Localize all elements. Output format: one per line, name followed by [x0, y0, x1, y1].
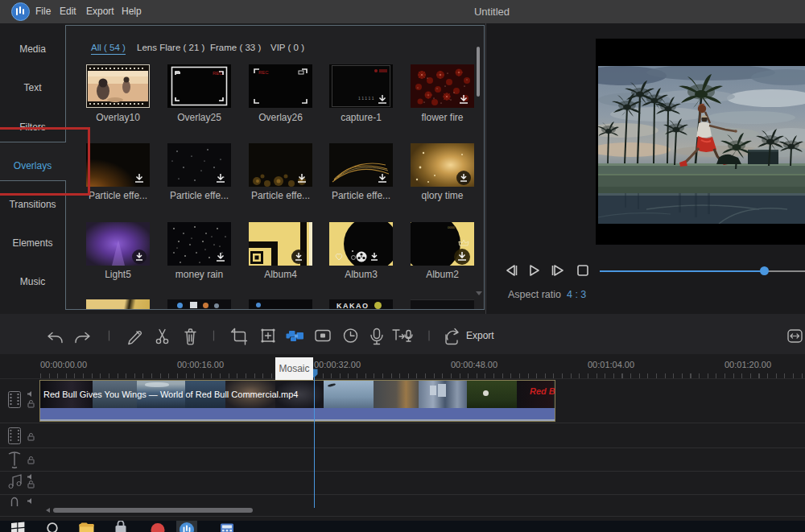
svg-text:0000: 0000	[448, 225, 456, 229]
svg-text:1 1 1 1 1: 1 1 1 1 1	[358, 96, 374, 101]
svg-text:REC: REC	[258, 70, 269, 75]
svg-text:Export: Export	[466, 330, 494, 341]
svg-text:REC: REC	[213, 71, 223, 76]
